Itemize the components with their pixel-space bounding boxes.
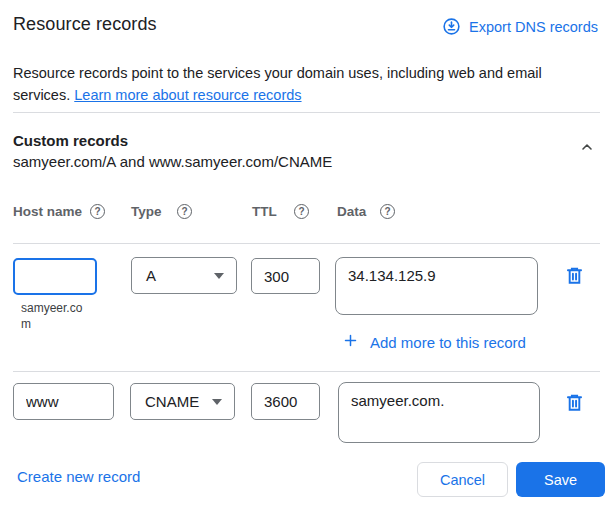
record-type-value: CNAME bbox=[145, 393, 199, 410]
chevron-up-icon bbox=[579, 139, 595, 158]
page-title: Resource records bbox=[13, 14, 157, 35]
plus-icon bbox=[343, 333, 358, 351]
trash-icon bbox=[564, 392, 585, 416]
host-name-helper-text: samyeer.com bbox=[21, 300, 85, 332]
add-more-to-record-link[interactable]: Add more to this record bbox=[343, 333, 526, 351]
help-icon[interactable]: ? bbox=[177, 204, 192, 219]
record-type-select[interactable]: CNAME bbox=[130, 383, 235, 420]
host-name-input[interactable] bbox=[13, 258, 97, 295]
trash-icon bbox=[564, 265, 585, 289]
divider bbox=[13, 112, 600, 113]
add-more-label: Add more to this record bbox=[370, 334, 526, 351]
export-dns-records-link[interactable]: Export DNS records bbox=[442, 17, 598, 36]
collapse-section-button[interactable] bbox=[575, 136, 599, 160]
section-subtitle: samyeer.com/A and www.samyeer.com/CNAME bbox=[13, 153, 332, 170]
help-icon[interactable]: ? bbox=[90, 204, 105, 219]
help-icon[interactable]: ? bbox=[380, 204, 395, 219]
record-data-input[interactable]: samyeer.com. bbox=[338, 382, 540, 443]
column-header-type: Type bbox=[131, 204, 162, 219]
learn-more-link[interactable]: Learn more about resource records bbox=[74, 87, 301, 103]
cancel-button[interactable]: Cancel bbox=[417, 462, 508, 497]
caret-down-icon bbox=[212, 399, 222, 405]
record-type-select[interactable]: A bbox=[131, 257, 237, 294]
delete-record-button[interactable] bbox=[561, 391, 587, 417]
ttl-input[interactable] bbox=[251, 258, 320, 294]
ttl-input[interactable] bbox=[251, 383, 320, 420]
help-icon[interactable]: ? bbox=[294, 204, 309, 219]
host-name-input[interactable] bbox=[13, 383, 114, 420]
divider bbox=[13, 243, 600, 244]
export-dns-records-label: Export DNS records bbox=[469, 19, 598, 35]
record-data-input[interactable]: 34.134.125.9 bbox=[335, 257, 538, 315]
create-new-record-link[interactable]: Create new record bbox=[17, 468, 140, 485]
divider bbox=[13, 371, 600, 372]
record-type-value: A bbox=[146, 267, 156, 284]
section-title: Custom records bbox=[13, 132, 128, 149]
caret-down-icon bbox=[214, 273, 224, 279]
column-header-host: Host name bbox=[13, 204, 82, 219]
column-header-ttl: TTL bbox=[252, 204, 277, 219]
intro-text: Resource records point to the services y… bbox=[13, 62, 579, 106]
save-button[interactable]: Save bbox=[516, 462, 605, 497]
delete-record-button[interactable] bbox=[561, 264, 587, 290]
resource-records-panel: Resource records Export DNS records Reso… bbox=[0, 0, 613, 510]
download-circle-icon bbox=[442, 17, 461, 36]
column-header-data: Data bbox=[337, 204, 366, 219]
